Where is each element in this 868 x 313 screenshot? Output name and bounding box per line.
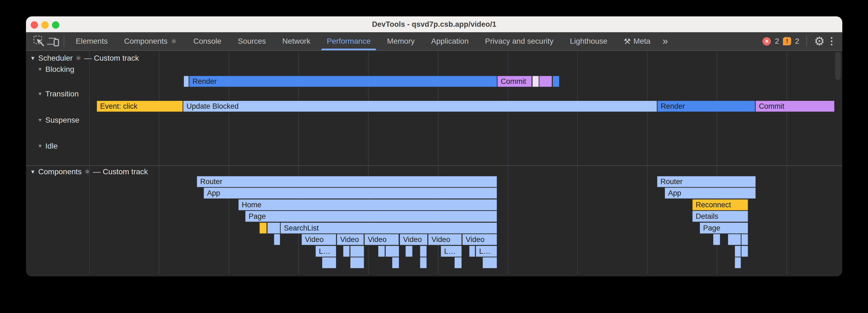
collapse-triangle-icon[interactable]: ▼ bbox=[37, 91, 43, 97]
components-bar[interactable] bbox=[378, 246, 385, 257]
tab-privacy-and-security[interactable]: Privacy and security bbox=[477, 32, 562, 50]
components-bar-details[interactable]: Details bbox=[692, 211, 748, 222]
components-bar-video[interactable]: Video bbox=[365, 234, 399, 245]
more-tabs-icon[interactable]: » bbox=[658, 36, 672, 46]
scheduler-bar[interactable] bbox=[184, 76, 189, 87]
collapse-triangle-icon[interactable]: ▼ bbox=[37, 66, 43, 72]
warning-count[interactable]: 2 bbox=[795, 37, 799, 46]
components-bar-searchlist[interactable]: SearchList bbox=[281, 222, 497, 234]
components-bar[interactable] bbox=[728, 234, 741, 245]
performance-timeline: ▼ Scheduler ⚛ — Custom track ▼Blocking▼T… bbox=[26, 51, 842, 276]
settings-gear-icon[interactable]: ⚙ bbox=[814, 35, 825, 47]
components-bar[interactable] bbox=[713, 234, 720, 245]
components-bar[interactable] bbox=[274, 234, 280, 245]
components-bar-app[interactable]: App bbox=[204, 188, 497, 199]
components-bar[interactable] bbox=[735, 257, 741, 268]
components-bar-page[interactable]: Page bbox=[700, 222, 748, 234]
react-atom-icon: ⚛ bbox=[75, 54, 82, 62]
components-bar[interactable] bbox=[322, 257, 336, 268]
react-atom-icon: ⚛ bbox=[170, 37, 177, 45]
components-bar[interactable] bbox=[385, 246, 399, 257]
tab-sources[interactable]: Sources bbox=[230, 32, 274, 50]
tab-label: Memory bbox=[387, 37, 414, 46]
minimize-traffic-light[interactable] bbox=[41, 21, 49, 29]
bar-label: Video bbox=[428, 234, 462, 245]
components-bar[interactable] bbox=[350, 257, 364, 268]
tab-memory[interactable]: Memory bbox=[379, 32, 423, 50]
components-bar[interactable] bbox=[343, 246, 349, 257]
lane-label: Transition bbox=[45, 90, 79, 98]
tab-performance[interactable]: Performance bbox=[319, 32, 379, 50]
collapse-triangle-icon[interactable]: ▼ bbox=[37, 143, 43, 149]
tab-elements[interactable]: Elements bbox=[67, 32, 116, 50]
components-bar-video[interactable]: Video bbox=[428, 234, 462, 245]
scheduler-bar-render[interactable]: Render bbox=[657, 101, 755, 112]
lane-suspense[interactable]: ▼Suspense bbox=[37, 116, 79, 125]
bar-label: Page bbox=[245, 211, 497, 222]
timeline-gridline bbox=[89, 51, 90, 274]
components-bar[interactable] bbox=[741, 246, 748, 257]
components-bar-app[interactable]: App bbox=[665, 188, 755, 199]
components-bar[interactable] bbox=[420, 246, 427, 257]
components-bar[interactable] bbox=[350, 246, 364, 257]
collapse-triangle-icon[interactable]: ▼ bbox=[30, 55, 36, 62]
scheduler-bar[interactable] bbox=[539, 76, 552, 87]
tab-label: Application bbox=[431, 37, 468, 46]
tab-network[interactable]: Network bbox=[274, 32, 319, 50]
inspect-element-icon[interactable] bbox=[32, 34, 46, 48]
components-bar-l[interactable]: L… bbox=[316, 246, 336, 257]
tab-components[interactable]: Components⚛ bbox=[116, 32, 185, 50]
tab-meta[interactable]: ⚒Meta bbox=[616, 32, 658, 50]
scheduler-bar-update-blocked[interactable]: Update Blocked bbox=[183, 101, 657, 112]
components-bar[interactable] bbox=[392, 257, 399, 268]
lane-blocking[interactable]: ▼Blocking bbox=[37, 65, 74, 74]
zoom-traffic-light[interactable] bbox=[52, 21, 59, 29]
error-icon[interactable]: × bbox=[763, 37, 771, 46]
components-bar-video[interactable]: Video bbox=[400, 234, 428, 245]
components-bar-video[interactable]: Video bbox=[462, 234, 497, 245]
tab-console[interactable]: Console bbox=[185, 32, 230, 50]
devtools-toolbar: ElementsComponents⚛ConsoleSourcesNetwork… bbox=[26, 32, 842, 51]
tab-label: Components bbox=[124, 37, 168, 46]
components-bar[interactable] bbox=[455, 257, 462, 268]
scheduler-bar-commit[interactable]: Commit bbox=[755, 101, 834, 112]
components-bar-router[interactable]: Router bbox=[657, 176, 755, 187]
components-bar-home[interactable]: Home bbox=[239, 199, 497, 210]
components-bar[interactable] bbox=[469, 246, 475, 257]
bar-label: App bbox=[204, 188, 497, 199]
collapse-triangle-icon[interactable]: ▼ bbox=[30, 169, 36, 175]
scheduler-bar[interactable] bbox=[532, 76, 539, 87]
scheduler-bar-render[interactable]: Render bbox=[189, 76, 497, 87]
components-bar[interactable] bbox=[735, 246, 741, 257]
components-bar-reconnect[interactable]: Reconnect bbox=[692, 199, 748, 210]
scheduler-bar[interactable] bbox=[553, 76, 559, 87]
components-bar-video[interactable]: Video bbox=[337, 234, 364, 245]
components-bar-l[interactable]: L… bbox=[476, 246, 497, 257]
bar-label: Render bbox=[657, 101, 755, 112]
components-bar-router[interactable]: Router bbox=[197, 176, 497, 187]
components-bar[interactable] bbox=[268, 222, 280, 234]
components-bar-page[interactable]: Page bbox=[245, 211, 497, 222]
close-traffic-light[interactable] bbox=[31, 21, 38, 29]
components-bar-l[interactable]: L… bbox=[441, 246, 462, 257]
scheduler-bar-commit[interactable]: Commit bbox=[497, 76, 532, 87]
toggle-device-toolbar-icon[interactable] bbox=[46, 34, 60, 48]
error-count[interactable]: 2 bbox=[775, 37, 779, 46]
components-bar[interactable] bbox=[420, 257, 427, 268]
components-bar-video[interactable]: Video bbox=[302, 234, 336, 245]
components-bar[interactable] bbox=[406, 246, 412, 257]
scheduler-bar-event-click[interactable]: Event: click bbox=[97, 101, 183, 112]
vertical-scrollbar-thumb[interactable] bbox=[835, 52, 841, 80]
components-bar[interactable] bbox=[259, 222, 267, 234]
tab-lighthouse[interactable]: Lighthouse bbox=[562, 32, 616, 50]
collapse-triangle-icon[interactable]: ▼ bbox=[37, 117, 43, 123]
bar-label: Page bbox=[700, 222, 748, 234]
components-bar[interactable] bbox=[741, 234, 748, 245]
scheduler-track-header[interactable]: ▼ Scheduler ⚛ — Custom track bbox=[30, 54, 139, 63]
tab-application[interactable]: Application bbox=[423, 32, 477, 50]
lane-transition[interactable]: ▼Transition bbox=[37, 90, 79, 98]
warning-icon[interactable]: ! bbox=[783, 37, 791, 45]
lane-idle[interactable]: ▼Idle bbox=[37, 142, 58, 150]
kebab-menu-icon[interactable] bbox=[829, 37, 835, 45]
components-bar[interactable] bbox=[483, 257, 497, 268]
